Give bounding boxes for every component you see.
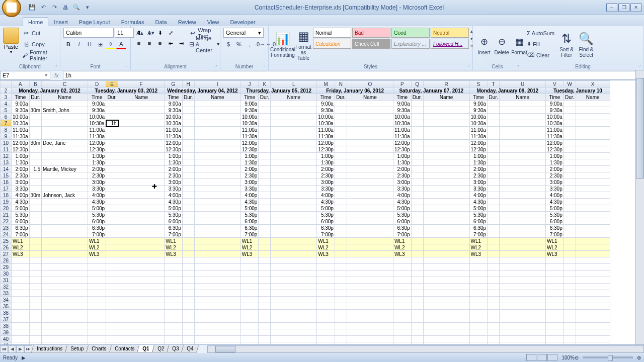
name-cell[interactable] xyxy=(423,159,469,166)
duration-cell[interactable] xyxy=(564,146,576,153)
percent-button[interactable]: % xyxy=(234,39,244,49)
duration-cell[interactable] xyxy=(411,231,423,238)
empty-cell[interactable] xyxy=(317,270,335,277)
time-cell[interactable]: 3:30p xyxy=(12,186,30,192)
name-cell[interactable] xyxy=(271,186,317,192)
empty-cell[interactable] xyxy=(576,316,610,323)
name-cell[interactable] xyxy=(194,133,240,140)
time-cell[interactable]: 1:00p xyxy=(88,153,106,159)
empty-cell[interactable] xyxy=(240,303,259,310)
name-cell[interactable] xyxy=(118,166,165,172)
time-cell[interactable]: 3:30p xyxy=(165,186,183,192)
time-cell[interactable]: 4:00p xyxy=(12,192,30,199)
view-normal[interactable] xyxy=(526,354,536,361)
time-cell[interactable]: 6:30p xyxy=(240,225,259,231)
view-page-break[interactable] xyxy=(547,354,557,361)
name-cell[interactable] xyxy=(118,231,165,238)
wl-name[interactable] xyxy=(576,244,610,251)
name-cell[interactable] xyxy=(194,205,240,212)
empty-cell[interactable] xyxy=(488,316,500,323)
time-cell[interactable]: 4:00p xyxy=(88,192,106,199)
empty-cell[interactable] xyxy=(423,257,469,264)
empty-cell[interactable] xyxy=(576,290,610,297)
time-cell[interactable]: 11:30a xyxy=(393,133,411,140)
name-cell[interactable] xyxy=(271,172,317,179)
row-header-17[interactable]: 17 xyxy=(1,186,12,192)
empty-cell[interactable] xyxy=(411,290,423,297)
column-header-T[interactable]: T xyxy=(488,81,500,87)
wl-dur[interactable] xyxy=(106,238,118,244)
empty-cell[interactable] xyxy=(317,310,335,316)
wl-dur[interactable] xyxy=(411,238,423,244)
empty-cell[interactable] xyxy=(118,323,165,329)
sub-header-name[interactable]: Name xyxy=(118,94,165,101)
wl-dur[interactable] xyxy=(411,251,423,257)
name-cell[interactable] xyxy=(576,114,610,120)
macro-icon[interactable]: ▶ xyxy=(22,355,26,360)
name-cell[interactable] xyxy=(42,225,88,231)
row-header-13[interactable]: 13 xyxy=(1,159,12,166)
name-cell[interactable] xyxy=(500,120,546,127)
time-cell[interactable]: 9:00a xyxy=(240,101,259,107)
wl-dur[interactable] xyxy=(335,244,347,251)
time-cell[interactable]: 2:30p xyxy=(393,172,411,179)
increase-decimal[interactable]: .0→ xyxy=(255,39,265,49)
style-neutral[interactable]: Neutral xyxy=(431,28,469,38)
time-cell[interactable]: 2:00p xyxy=(12,166,30,172)
wl-dur[interactable] xyxy=(259,251,271,257)
empty-cell[interactable] xyxy=(165,323,183,329)
duration-cell[interactable] xyxy=(488,146,500,153)
name-cell[interactable] xyxy=(423,107,469,114)
duration-cell[interactable] xyxy=(182,140,194,146)
style-normal[interactable]: Normal xyxy=(313,28,351,38)
time-cell[interactable]: 12:30p xyxy=(240,146,259,153)
font-color-button[interactable]: A xyxy=(116,39,126,49)
empty-cell[interactable] xyxy=(42,284,88,290)
duration-cell[interactable] xyxy=(29,212,41,218)
duration-cell[interactable] xyxy=(335,153,347,159)
empty-cell[interactable] xyxy=(564,329,576,336)
duration-cell[interactable]: 1.5 xyxy=(29,166,41,172)
empty-cell[interactable] xyxy=(29,284,41,290)
time-cell[interactable]: 2:30p xyxy=(165,172,183,179)
empty-cell[interactable] xyxy=(576,277,610,284)
name-cell[interactable] xyxy=(271,120,317,127)
name-cell[interactable] xyxy=(194,114,240,120)
empty-cell[interactable] xyxy=(271,277,317,284)
row-header-38[interactable]: 38 xyxy=(1,323,12,329)
empty-cell[interactable] xyxy=(576,303,610,310)
empty-cell[interactable] xyxy=(12,336,30,342)
duration-cell[interactable] xyxy=(106,225,118,231)
wl-label[interactable]: WL3 xyxy=(165,251,183,257)
wl-dur[interactable] xyxy=(488,251,500,257)
wl-name[interactable] xyxy=(118,238,165,244)
empty-cell[interactable] xyxy=(88,277,106,284)
name-cell[interactable] xyxy=(42,212,88,218)
duration-cell[interactable] xyxy=(335,159,347,166)
empty-cell[interactable] xyxy=(411,264,423,270)
time-cell[interactable]: 7:00p xyxy=(469,231,488,238)
empty-cell[interactable] xyxy=(411,316,423,323)
wl-name[interactable] xyxy=(500,238,546,244)
sub-header-dur.[interactable]: Dur. xyxy=(259,94,271,101)
time-cell[interactable]: 3:30p xyxy=(240,186,259,192)
empty-cell[interactable] xyxy=(500,277,546,284)
empty-cell[interactable] xyxy=(240,336,259,342)
row-header-4[interactable]: 4 xyxy=(1,101,12,107)
duration-cell[interactable] xyxy=(564,127,576,133)
qat-redo[interactable]: ↷ xyxy=(50,3,59,12)
name-cell[interactable] xyxy=(271,179,317,186)
empty-cell[interactable] xyxy=(106,336,118,342)
empty-cell[interactable] xyxy=(106,257,118,264)
name-cell[interactable] xyxy=(42,120,88,127)
time-cell[interactable]: 9:30a xyxy=(12,107,30,114)
day-header[interactable]: Monday, January 02, 2012 xyxy=(12,87,88,94)
name-cell[interactable] xyxy=(42,179,88,186)
empty-cell[interactable] xyxy=(194,310,240,316)
name-cell[interactable] xyxy=(500,101,546,107)
time-cell[interactable]: 4:30p xyxy=(240,199,259,205)
duration-cell[interactable] xyxy=(564,231,576,238)
duration-cell[interactable] xyxy=(259,179,271,186)
name-cell[interactable] xyxy=(271,127,317,133)
qat-print[interactable]: 🖶 xyxy=(61,3,70,12)
